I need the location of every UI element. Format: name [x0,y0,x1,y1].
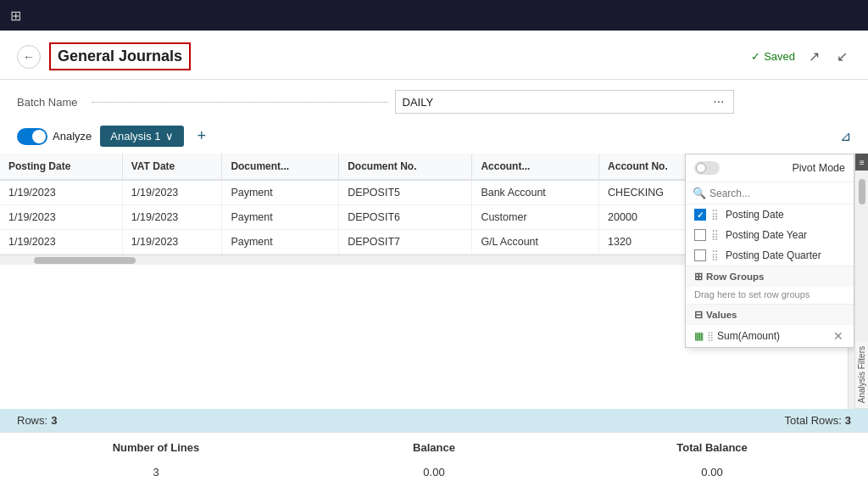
scrollbar-thumb[interactable] [34,257,136,264]
table-cell: 1/19/2023 [0,205,122,230]
table-cell: Customer [472,205,599,230]
add-analysis-button[interactable]: + [192,126,212,147]
rows-count: 3 [51,414,57,427]
values-icon: ⊟ [694,309,703,321]
check-icon: ✓ [751,50,760,63]
lines-value: 3 [17,466,295,479]
pivot-mode-label: Pivot Mode [792,162,845,174]
summary-col-total-balance: Total Balance [573,441,851,454]
table-cell: Bank Account [472,180,599,205]
col-account[interactable]: Account... [472,154,599,180]
table-cell: DEPOSIT7 [339,230,472,255]
column-item[interactable]: ⣿Posting Date Quarter [686,245,854,266]
batch-input-wrap: DAILY ··· [395,90,734,114]
row-groups-header: ⊞ Row Groups [686,266,854,287]
row-groups-hint: Drag here to set row groups [686,287,854,304]
row-groups-label: Row Groups [706,271,764,282]
col-vat-date[interactable]: VAT Date [122,154,222,180]
page-header: ← General Journals ✓ Saved ↗ ↙ [0,31,868,80]
header-actions: ✓ Saved ↗ ↙ [751,45,851,68]
column-checkbox[interactable]: ✓ [694,209,706,221]
grid-icon[interactable]: ⊞ [10,8,21,24]
column-item[interactable]: ⣿Posting Date Year [686,225,854,245]
table-cell: DEPOSIT6 [339,205,472,230]
main-content: ← General Journals ✓ Saved ↗ ↙ Batch Nam… [0,31,868,487]
rows-label: Rows: [17,414,47,427]
drag-handle-icon: ⣿ [711,249,719,261]
analyze-toggle[interactable] [17,128,47,145]
table-cell: DEPOSIT5 [339,180,472,205]
table-cell: G/L Account [472,230,599,255]
summary-col-balance: Balance [295,441,573,454]
table-cell: 1/19/2023 [122,180,222,205]
pivot-toggle-knob [696,163,706,173]
value-icon: ▦ [694,330,704,342]
pivot-panel: Pivot Mode 🔍 ✓⣿Posting Date⣿Posting Date… [685,154,854,348]
toggle-knob [32,130,46,143]
batch-more-button[interactable]: ··· [711,94,726,109]
column-checkbox[interactable] [694,249,706,261]
pivot-panel-header: Pivot Mode [686,154,854,182]
value-label-wrap: ▦ ⣿ Sum(Amount) [694,330,780,342]
saved-label-text: Saved [764,50,795,63]
column-item-label: Posting Date [726,209,784,221]
value-close-button[interactable]: ✕ [832,329,845,343]
contract-button[interactable]: ↙ [833,45,851,68]
column-checkbox[interactable] [694,229,706,241]
column-items-container: ✓⣿Posting Date⣿Posting Date Year⣿Posting… [686,204,854,266]
table-cell: 1/19/2023 [0,180,122,205]
value-item: ▦ ⣿ Sum(Amount) ✕ [686,325,854,347]
summary-row: Number of Lines Balance Total Balance [0,432,868,462]
analyze-row: Analyze Analysis 1 ∨ + ⊿ [0,120,868,154]
top-bar: ⊞ [0,0,868,31]
analysis-button[interactable]: Analysis 1 ∨ [100,126,183,147]
col-posting-date[interactable]: Posting Date [0,154,122,180]
summary-values: 3 0.00 0.00 [0,462,868,487]
search-box: 🔍 [686,182,854,204]
total-rows-count: 3 [845,414,851,427]
search-input[interactable] [709,188,847,199]
value-label: Sum(Amount) [717,330,780,342]
col-document-no[interactable]: Document No. [339,154,472,180]
column-item-label: Posting Date Quarter [726,249,821,261]
vertical-scrollbar-thumb[interactable] [859,179,865,204]
search-icon: 🔍 [693,187,706,199]
table-cell: Payment [222,180,339,205]
analyze-toggle-wrap: Analyze [17,128,92,145]
table-cell: Payment [222,205,339,230]
column-item-label: Posting Date Year [726,229,807,241]
back-button[interactable]: ← [17,45,41,69]
balance-value: 0.00 [295,466,573,479]
total-balance-value: 0.00 [573,466,851,479]
analysis-filters-tab[interactable]: Analysis Filters [855,341,868,409]
values-header: ⊟ Values [686,304,854,325]
expand-button[interactable]: ↗ [805,45,823,68]
analyze-label: Analyze [53,130,92,143]
columns-indicator[interactable]: ≡ [855,154,868,171]
filter-icon[interactable]: ⊿ [840,128,851,144]
batch-value: DAILY [403,96,434,109]
column-item[interactable]: ✓⣿Posting Date [686,204,854,225]
analysis-btn-label: Analysis 1 [110,130,160,143]
drag-handle-icon: ⣿ [711,209,719,221]
col-document[interactable]: Document... [222,154,339,180]
batch-dots [92,102,388,103]
vertical-scrollbar-area[interactable] [855,171,868,341]
batch-label: Batch Name [17,96,78,109]
summary-col-lines: Number of Lines [17,441,295,454]
page-title: General Journals [49,42,191,70]
value-drag-icon: ⣿ [707,331,714,342]
pivot-mode-toggle[interactable] [694,161,720,175]
table-cell: 1/19/2023 [0,230,122,255]
drag-handle-icon: ⣿ [711,229,719,241]
rows-footer: Rows: 3 Total Rows: 3 [0,409,868,432]
values-label: Values [706,310,737,320]
table-cell: 1/19/2023 [122,205,222,230]
table-container: Posting Date VAT Date Document... Docume… [0,154,868,409]
batch-row: Batch Name DAILY ··· [0,80,868,120]
columns-indicator-icon: ≡ [860,158,865,167]
table-cell: 1/19/2023 [122,230,222,255]
row-groups-icon: ⊞ [694,271,703,283]
total-rows-label: Total Rows: [785,414,842,427]
saved-status: ✓ Saved [751,50,795,63]
